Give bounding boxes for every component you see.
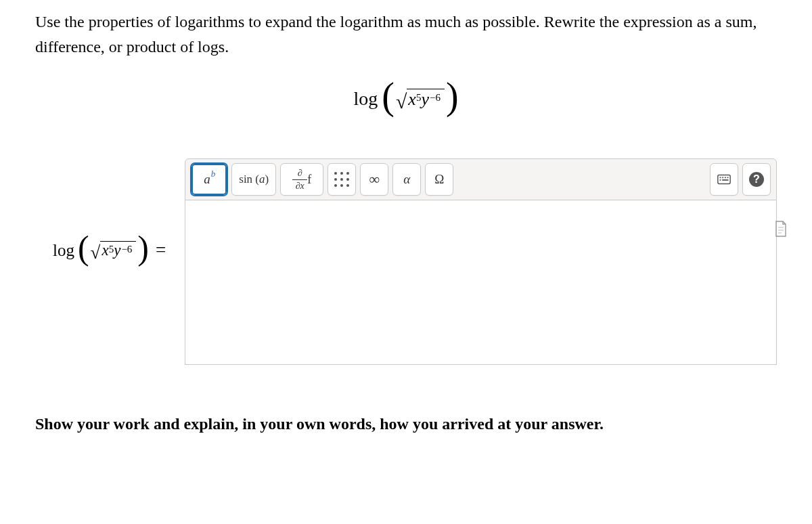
derivative-button[interactable]: ∂ ∂x f [280, 163, 323, 196]
page-handle-icon[interactable] [774, 221, 788, 240]
help-button[interactable]: ? [742, 163, 771, 196]
omega-button[interactable]: Ω [425, 163, 453, 196]
sqrt-expression: √ x5y−6 [396, 89, 445, 110]
equals-sign: = [156, 240, 166, 261]
help-icon: ? [749, 172, 764, 187]
keyboard-icon [717, 172, 731, 187]
svg-rect-1 [720, 177, 721, 179]
exponent-button[interactable]: ab [191, 163, 227, 196]
show-work-prompt: Show your work and explain, in your own … [35, 415, 777, 433]
svg-rect-3 [725, 177, 726, 179]
grid-button[interactable] [328, 163, 356, 196]
log-label: log [353, 88, 378, 110]
keyboard-button[interactable] [710, 163, 738, 196]
svg-rect-2 [722, 177, 723, 179]
infinity-icon: ∞ [369, 171, 380, 188]
dots-icon [334, 172, 349, 187]
omega-icon: Ω [434, 172, 444, 187]
answer-input[interactable] [185, 200, 777, 365]
math-toolbar: ab sin (a) ∂ ∂x f [185, 158, 777, 200]
svg-rect-5 [720, 179, 721, 181]
display-formula: log ( √ x5y−6 ) [35, 88, 777, 110]
alpha-button[interactable]: α [392, 163, 421, 196]
equation-lhs: log ( √ x5y−6 ) = [53, 158, 166, 261]
trig-button[interactable]: sin (a) [231, 163, 276, 196]
svg-rect-6 [722, 179, 728, 181]
svg-rect-4 [727, 177, 729, 179]
alpha-icon: α [403, 172, 410, 187]
question-prompt: Use the properties of logarithms to expa… [35, 9, 777, 60]
infinity-button[interactable]: ∞ [360, 163, 388, 196]
